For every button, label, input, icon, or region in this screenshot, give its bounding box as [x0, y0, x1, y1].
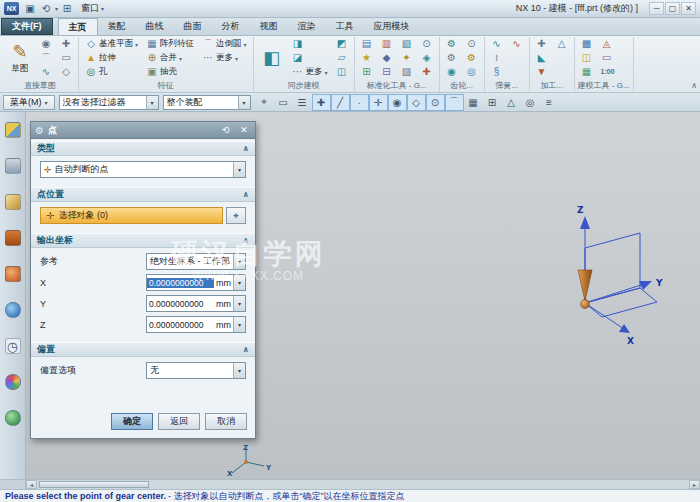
dialog-reset-button[interactable]: ⟲ — [219, 125, 233, 135]
snap-existing-point-icon[interactable]: ⊙ — [426, 94, 445, 111]
ribbon-button[interactable]: ✚ — [533, 37, 551, 51]
ribbon-button[interactable]: ◨ — [289, 37, 331, 51]
file-menu-button[interactable]: 文件(F) — [1, 18, 53, 35]
ribbon-tab[interactable]: 渲染 — [288, 18, 326, 35]
close-button[interactable]: ✕ — [681, 2, 696, 15]
ribbon-button[interactable]: ◈ — [418, 51, 436, 65]
reference-dropdown[interactable]: 绝对坐标系 - 工作部件 ▾ — [146, 253, 246, 270]
ribbon-button[interactable]: ▥ — [378, 37, 396, 51]
ribbon-button[interactable]: ✎草图 — [5, 37, 35, 79]
ribbon-button[interactable]: ◇ — [57, 65, 75, 79]
ribbon-button[interactable]: § — [488, 65, 506, 79]
ribbon-button[interactable]: ⊟ — [378, 65, 396, 79]
ribbon-button[interactable]: △ — [553, 37, 571, 51]
dialog-titlebar[interactable]: ⚙ 点 ⟲ ✕ — [31, 122, 255, 139]
collapse-chevron-icon[interactable]: ∧ — [243, 190, 250, 199]
ribbon-tab[interactable]: 视图 — [250, 18, 288, 35]
scrollbar-track[interactable] — [37, 480, 689, 489]
ribbon-button[interactable]: ⚙ — [443, 51, 461, 65]
point-direction-cone[interactable] — [578, 270, 592, 301]
ribbon-button[interactable]: ▭ — [57, 51, 75, 65]
ribbon-button[interactable]: ⋯更多▾ — [199, 51, 250, 65]
snap-bounded-plane-icon[interactable]: △ — [502, 94, 521, 111]
system-materials-icon[interactable] — [5, 410, 21, 426]
undo-icon[interactable]: ⟲ — [39, 3, 53, 14]
ribbon-button[interactable]: ◇基准平面▾ — [82, 37, 141, 51]
ribbon-button[interactable]: ⌒ — [37, 51, 55, 65]
ribbon-button[interactable]: ▨ — [398, 65, 416, 79]
ribbon-button[interactable]: ⊙ — [463, 37, 481, 51]
ribbon-tab[interactable]: 曲线 — [136, 18, 174, 35]
scrollbar-thumb[interactable] — [39, 481, 149, 488]
ribbon-button[interactable]: ▭ — [598, 51, 618, 65]
ribbon-button[interactable]: ⚙ — [443, 37, 461, 51]
ribbon-collapse-icon[interactable]: ∧ — [691, 81, 697, 90]
ribbon-button[interactable]: ◪ — [289, 51, 331, 65]
ribbon-button[interactable]: ✚ — [418, 65, 436, 79]
collapse-chevron-icon[interactable]: ∧ — [243, 144, 250, 153]
ribbon-tab[interactable]: 分析 — [212, 18, 250, 35]
web-browser-icon[interactable] — [5, 302, 21, 318]
ribbon-button[interactable]: ◉ — [37, 37, 55, 51]
maximize-button[interactable]: ▢ — [665, 2, 680, 15]
ribbon-tab[interactable]: 曲面 — [174, 18, 212, 35]
ribbon-button[interactable]: ▦阵列特征 — [143, 37, 197, 51]
snap-endpoint-icon[interactable]: ╱ — [331, 94, 350, 111]
section-type-header[interactable]: 类型 ∧ — [31, 141, 255, 156]
offset-option-dropdown[interactable]: 无 ▾ — [146, 362, 246, 379]
section-offset-header[interactable]: 偏置 ∧ — [31, 342, 255, 357]
ribbon-button[interactable]: ✚ — [57, 37, 75, 51]
collapse-chevron-icon[interactable]: ∧ — [243, 345, 250, 354]
dropdown-arrow-icon[interactable]: ▾ — [55, 5, 58, 12]
dropdown-arrow-icon[interactable]: ▾ — [233, 162, 245, 177]
magnify-icon[interactable]: ◎ — [521, 94, 540, 111]
back-button[interactable]: 返回 — [158, 413, 200, 430]
ribbon-tab[interactable]: 装配 — [98, 18, 136, 35]
more-options-icon[interactable]: ≡ — [540, 94, 559, 111]
selection-filter-dropdown[interactable]: 没有选择过滤器 ▾ — [59, 95, 159, 110]
ribbon-button[interactable]: ⊞ — [358, 65, 376, 79]
ribbon-button[interactable]: ◬ — [598, 37, 618, 51]
section-point-location-header[interactable]: 点位置 ∧ — [31, 187, 255, 202]
rectangle-select-icon[interactable]: ▭ — [274, 94, 293, 111]
minimize-button[interactable]: ─ — [649, 2, 664, 15]
ribbon-button[interactable]: ∿ — [508, 37, 526, 51]
assembly-navigator-icon[interactable] — [5, 122, 21, 138]
scroll-right-button[interactable]: ▸ — [689, 480, 700, 489]
ribbon-button[interactable]: ◎孔 — [82, 65, 141, 79]
point-dialog-button[interactable]: ⌖ — [226, 207, 246, 224]
general-snap-icon[interactable]: ✚ — [312, 94, 331, 111]
scroll-left-button[interactable]: ◂ — [26, 480, 37, 489]
ribbon-button[interactable]: ▧ — [398, 37, 416, 51]
select-object-field[interactable]: ✛ 选择对象 (0) — [40, 207, 223, 224]
roles-icon[interactable] — [5, 374, 21, 390]
ribbon-button[interactable]: ★ — [358, 51, 376, 65]
ribbon-button[interactable]: ◣ — [533, 51, 551, 65]
save-icon[interactable]: ▣ — [23, 3, 37, 14]
snap-arc-center-icon[interactable]: ◉ — [388, 94, 407, 111]
ribbon-button[interactable]: ⊕合并▾ — [143, 51, 197, 65]
hd3d-tools-icon[interactable] — [5, 266, 21, 282]
ribbon-button[interactable]: ⚙ — [463, 51, 481, 65]
ribbon-tab[interactable]: 工具 — [326, 18, 364, 35]
snap-grid-icon[interactable]: ⊞ — [483, 94, 502, 111]
ribbon-button[interactable]: 1:00 — [598, 65, 618, 79]
ribbon-button[interactable]: ✦ — [398, 51, 416, 65]
ribbon-button[interactable]: ▼ — [533, 65, 551, 79]
dialog-close-button[interactable]: ✕ — [237, 125, 251, 135]
constraint-navigator-icon[interactable] — [5, 158, 21, 174]
ribbon-button[interactable]: ◩ — [333, 37, 351, 51]
ribbon-button[interactable]: ∿ — [37, 65, 55, 79]
ribbon-button[interactable]: ▤ — [358, 37, 376, 51]
dropdown-arrow-icon[interactable]: ▾ — [238, 96, 250, 109]
dropdown-arrow-icon[interactable]: ▾ — [233, 254, 245, 269]
dropdown-arrow-icon[interactable]: ▾ — [146, 96, 158, 109]
dropdown-arrow-icon[interactable]: ▾ — [233, 317, 245, 332]
history-icon[interactable]: ◷ — [5, 338, 21, 354]
selection-list-icon[interactable]: ☰ — [293, 94, 312, 111]
selection-scope-dropdown[interactable]: 整个装配 ▾ — [163, 95, 251, 110]
ribbon-button[interactable]: ◫ — [578, 51, 596, 65]
window-menu[interactable]: 窗口 ▾ — [78, 2, 107, 15]
dropdown-arrow-icon[interactable]: ▾ — [233, 363, 245, 378]
select-cursor-icon[interactable]: ⌖ — [255, 94, 274, 111]
